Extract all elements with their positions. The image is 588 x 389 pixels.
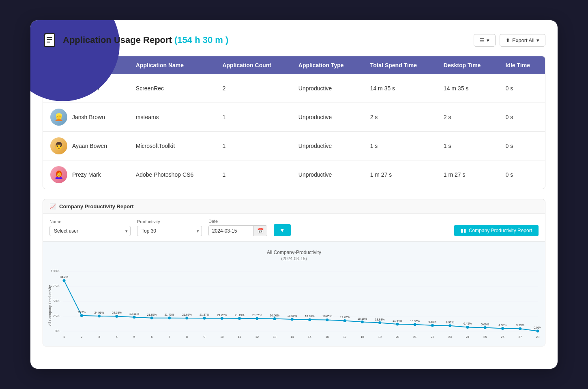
chart-dot-19 <box>396 323 399 326</box>
filter-button[interactable]: ▼ <box>274 224 291 236</box>
chart-val-16: 17.26% <box>340 316 350 318</box>
chart-val-26: 3.93% <box>516 324 524 327</box>
name-select[interactable]: Select user <box>49 226 131 236</box>
col-app-type: Application Type <box>291 56 363 74</box>
name-filter-group: Name Select user <box>49 219 131 236</box>
columns-chevron: ▾ <box>487 37 489 43</box>
col-app-count: Application Count <box>215 56 291 74</box>
chart-val-10: 21.19% <box>235 314 245 316</box>
chart-xlabel-27: 28 <box>536 335 539 339</box>
chart-xlabel-24: 25 <box>483 335 487 339</box>
chart-val-7: 21.62% <box>182 313 192 316</box>
chart-dot-21 <box>431 324 434 327</box>
chart-title: All Company-Productivity <box>47 250 541 255</box>
chart-dot-6 <box>168 316 171 319</box>
col-idle-time: Idle Time <box>498 56 545 74</box>
chart-dot-23 <box>466 326 469 329</box>
chart-dot-11 <box>255 317 258 320</box>
chart-xlabel-7: 8 <box>186 335 188 339</box>
chart-xlabel-5: 6 <box>151 335 152 339</box>
chart-val-4: 23.11% <box>129 312 139 315</box>
company-report-label: Company Productivity Report <box>469 228 532 233</box>
report-icon <box>43 32 58 48</box>
chart-val-15: 18.65% <box>322 315 332 318</box>
chart-dot-20 <box>414 323 416 326</box>
date-input-wrapper[interactable]: 📅 <box>208 225 267 236</box>
productivity-header: 📈 Company Productivity Report <box>43 199 545 214</box>
chart-val-17: 15.16% <box>358 317 367 320</box>
cell-idle-1: 0 s <box>498 103 545 132</box>
chart-val-24: 5.69% <box>481 323 489 326</box>
columns-button[interactable]: ☰ ▾ <box>474 34 496 47</box>
cell-type-3: Unproductive <box>291 160 363 189</box>
chart-dot-5 <box>150 316 153 319</box>
chart-dot-13 <box>291 318 294 321</box>
chart-dot-10 <box>238 317 241 320</box>
chart-xlabel-10: 11 <box>238 335 241 339</box>
chart-dot-24 <box>484 326 487 329</box>
productivity-select[interactable]: Top 30 <box>137 226 202 236</box>
company-report-button[interactable]: ▮▮ Company Productivity Report <box>454 225 539 236</box>
chart-val-1: 25.9% <box>77 311 86 314</box>
col-total-time: Total Spend Time <box>363 56 436 74</box>
export-chevron: ▾ <box>536 37 539 43</box>
name-select-wrapper[interactable]: Select user <box>49 226 131 236</box>
calendar-icon-button[interactable]: 📅 <box>253 226 267 236</box>
chart-dot-12 <box>273 317 276 320</box>
chart-xlabel-21: 22 <box>431 335 434 339</box>
productivity-select-wrapper[interactable]: Top 30 <box>137 226 202 236</box>
productivity-filters: Name Select user Productivity Top 30 Dat… <box>43 214 545 242</box>
user-name-2: Ayaan Bowen <box>72 143 107 149</box>
header-actions: ☰ ▾ ⬆ Export All ▾ <box>474 34 545 47</box>
chart-val-19: 11.44% <box>393 319 402 322</box>
chart-dot-1 <box>80 314 83 317</box>
chart-val-0: 84.2% <box>60 276 68 278</box>
cell-desktop-1: 2 s <box>436 103 498 132</box>
cell-name-3: 👩‍🦰 Prezy Mark <box>43 160 129 189</box>
table-row: 👩‍🦰 Prezy Mark Adobe Photoshop CS6 1 Unp… <box>43 160 545 189</box>
avatar-2: 👨 <box>50 137 67 154</box>
chart-dot-15 <box>326 318 328 321</box>
chart-icon: 📈 <box>49 203 56 209</box>
chart-val-11: 20.75% <box>252 314 262 316</box>
cell-total-3: 1 m 27 s <box>363 160 436 189</box>
productivity-chart: 100% 75% 50% 25% 0% All Company-Producti… <box>47 265 541 342</box>
chart-xlabel-14: 15 <box>308 335 311 339</box>
cell-idle-3: 0 s <box>498 160 545 189</box>
chart-xlabel-23: 24 <box>466 335 469 339</box>
y-label-0: 0% <box>55 329 60 333</box>
chart-xlabel-16: 17 <box>343 335 346 339</box>
date-input[interactable] <box>209 226 253 236</box>
columns-icon: ☰ <box>480 37 485 43</box>
filter-icon: ▼ <box>279 227 285 233</box>
cell-total-1: 2 s <box>363 103 436 132</box>
cell-app-0: ScreenRec <box>129 74 215 103</box>
chart-dot-25 <box>501 327 504 330</box>
duration-badge: (154 h 30 m ) <box>174 35 228 45</box>
chart-svg-wrapper: 100% 75% 50% 25% 0% All Company-Producti… <box>47 265 541 342</box>
export-icon: ⬆ <box>506 37 510 43</box>
chart-xlabel-9: 10 <box>220 335 223 339</box>
date-filter-label: Date <box>208 219 267 224</box>
chart-dot-22 <box>449 324 451 327</box>
productivity-section: 📈 Company Productivity Report Name Selec… <box>43 199 545 346</box>
chart-val-12: 20.56% <box>270 314 279 317</box>
chart-xlabel-6: 7 <box>168 335 170 339</box>
chart-val-27: 0.02% <box>534 326 541 329</box>
chart-xlabel-26: 27 <box>519 335 522 339</box>
y-label-50: 50% <box>53 299 60 303</box>
cell-idle-0: 0 s <box>498 74 545 103</box>
chart-area: All Company-Productivity (2024-03-15) 10… <box>43 242 545 346</box>
chart-dot-3 <box>115 315 118 318</box>
table-body: 👩 Alex Smith ScreenRec 2 Unproductive 14… <box>43 74 545 189</box>
chart-val-9: 21.28% <box>217 314 227 316</box>
cell-count-2: 1 <box>215 132 291 160</box>
table-row: 👩 Alex Smith ScreenRec 2 Unproductive 14… <box>43 74 545 103</box>
chart-val-14: 18.88% <box>305 315 315 318</box>
cell-desktop-3: 1 m 27 s <box>436 160 498 189</box>
cell-total-2: 1 s <box>363 132 436 160</box>
cell-app-2: MicrosoftToolkit <box>129 132 215 160</box>
productivity-section-title: Company Productivity Report <box>59 203 133 209</box>
y-label-100: 100% <box>51 269 60 273</box>
export-button[interactable]: ⬆ Export All ▾ <box>500 34 545 47</box>
